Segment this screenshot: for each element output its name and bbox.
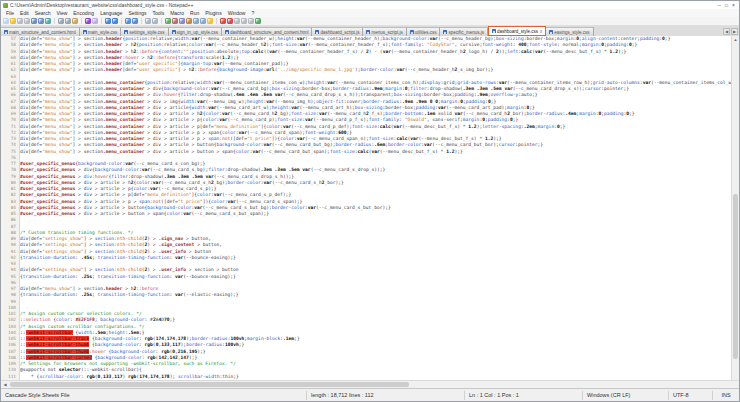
saved-file-icon <box>492 29 496 33</box>
save-macro-icon[interactable] <box>248 18 254 24</box>
scroll-left-icon[interactable]: ◀ <box>1 382 9 387</box>
minimize-button[interactable]: ─ <box>718 1 722 9</box>
sync-horizontal-icon[interactable] <box>152 18 158 24</box>
tab-label: specific_menus.js <box>448 30 484 35</box>
status-length-lines: length : 18,712 lines : 112 <box>307 391 465 400</box>
saved-file-icon <box>315 30 319 34</box>
tab-label: easings_style.css <box>554 30 589 35</box>
monitoring-icon[interactable] <box>220 18 226 24</box>
tab-menus-script-js[interactable]: menus_script.js <box>363 27 406 36</box>
saved-file-icon <box>83 30 87 34</box>
notepad-plus-plus-window: C:\Users\Admin\Desktop\restaurant_websit… <box>0 0 740 402</box>
status-insert-mode[interactable]: INS <box>713 391 739 400</box>
status-bar: Cascade Style Sheets File length : 18,71… <box>1 388 739 401</box>
tab-utilities-css[interactable]: utilities.css <box>407 27 441 36</box>
tab-scroll-right-icon[interactable]: ▶ <box>731 28 738 35</box>
sync-vertical-icon[interactable] <box>145 18 151 24</box>
copy-icon[interactable] <box>65 18 71 24</box>
tab-scroll-left-icon[interactable]: ◀ <box>723 28 730 35</box>
maximize-button[interactable]: □ <box>725 1 728 9</box>
tab-close-icon[interactable]: x <box>539 27 542 36</box>
record-macro-icon[interactable] <box>227 18 233 24</box>
run-macro-icon[interactable] <box>255 18 261 24</box>
tab-specific-menus-js[interactable]: specific_menus.js <box>440 27 488 36</box>
tab-dashboard-style-css[interactable]: dashboard_style.cssx <box>488 26 546 36</box>
close-icon[interactable] <box>31 18 37 24</box>
saved-file-icon <box>124 30 128 34</box>
folder-as-workspace-icon[interactable] <box>207 18 213 24</box>
stop-macro-icon[interactable] <box>234 18 240 24</box>
tab-main-style-css[interactable]: main_style.css <box>80 27 122 36</box>
tab-main-structure-and-content-html[interactable]: main_structure_and_content.html <box>1 27 80 36</box>
line-number-gutter: 5758596061626364656667686970717273747576… <box>1 36 20 380</box>
saved-file-icon <box>366 30 370 34</box>
saved-file-icon <box>4 30 8 34</box>
menu-encoding[interactable]: Encoding <box>70 9 97 17</box>
menu-macro[interactable]: Macro <box>167 9 187 17</box>
saved-file-icon <box>549 30 553 34</box>
code-line: div[def="menu_show"] > section.header > … <box>20 42 731 48</box>
word-wrap-icon[interactable] <box>165 18 171 24</box>
print-icon[interactable] <box>45 18 51 24</box>
tab-label: menus_script.js <box>371 30 402 35</box>
status-cursor-position: Ln : 1 Col : 1 Pos : 1 <box>465 391 583 400</box>
new-file-icon[interactable] <box>3 18 9 24</box>
menu-window[interactable]: Window <box>225 9 249 17</box>
status-encoding[interactable]: UTF-8 <box>669 391 713 400</box>
saved-file-icon <box>443 30 447 34</box>
saved-file-icon <box>172 30 176 34</box>
menu-search[interactable]: Search <box>32 9 54 17</box>
toolbar <box>1 17 739 26</box>
window-title: C:\Users\Admin\Desktop\restaurant_websit… <box>10 1 718 9</box>
toolbar-separator <box>161 18 164 24</box>
save-icon[interactable] <box>17 18 23 24</box>
horizontal-scrollbar[interactable]: ◀ <box>1 380 739 388</box>
horizontal-scrollbar-thumb[interactable] <box>10 382 409 387</box>
scroll-up-icon[interactable]: ▲ <box>732 36 739 43</box>
tab-label: main_structure_and_content.html <box>9 30 76 35</box>
tab-bar: main_structure_and_content.htmlmain_styl… <box>1 26 739 36</box>
tab-label: sign_in_up_style.css <box>177 30 219 35</box>
menu-plugins[interactable]: Plugins <box>202 9 224 17</box>
undo-icon[interactable] <box>85 18 91 24</box>
show-all-characters-icon[interactable] <box>172 18 178 24</box>
zoom-out-icon[interactable] <box>132 18 138 24</box>
find-icon[interactable] <box>105 18 111 24</box>
close-button[interactable]: × <box>732 1 735 9</box>
menu-language[interactable]: Language <box>97 9 125 17</box>
menu-[interactable]: ? <box>248 9 257 17</box>
menu-view[interactable]: View <box>54 9 71 17</box>
redo-icon[interactable] <box>92 18 98 24</box>
saved-file-icon <box>225 30 229 34</box>
close-all-icon[interactable] <box>38 18 44 24</box>
menu-settings[interactable]: Settings <box>125 9 149 17</box>
toolbar-separator <box>216 18 219 24</box>
vertical-scrollbar[interactable]: ▲ <box>731 36 739 380</box>
open-folder-icon[interactable] <box>10 18 16 24</box>
status-eol-format[interactable]: Windows (CR LF) <box>583 391 669 400</box>
vertical-scrollbar-thumb[interactable] <box>733 194 738 359</box>
document-list-icon[interactable] <box>200 18 206 24</box>
menu-bar: FileEditSearchViewEncodingLanguageSettin… <box>1 9 739 17</box>
document-map-icon[interactable] <box>193 18 199 24</box>
indent-guide-icon[interactable] <box>179 18 185 24</box>
playback-macro-icon[interactable] <box>241 18 247 24</box>
tab-label: utilities.css <box>415 30 437 35</box>
replace-icon[interactable] <box>112 18 118 24</box>
tab-dashboard-script-js[interactable]: dashboard_script.js <box>312 27 363 36</box>
save-all-icon[interactable] <box>24 18 30 24</box>
zoom-in-icon[interactable] <box>125 18 131 24</box>
cut-icon[interactable] <box>58 18 64 24</box>
menu-file[interactable]: File <box>3 9 17 17</box>
menu-edit[interactable]: Edit <box>17 9 32 17</box>
tab-dashboard-structure-and-content-html[interactable]: dashboard_structure_and_content.html <box>222 27 312 36</box>
tab-easings-style-css[interactable]: easings_style.css <box>546 27 593 36</box>
function-list-icon[interactable] <box>186 18 192 24</box>
code-editor[interactable]: div[def="menu_show"] > section.header{po… <box>20 36 731 380</box>
paste-icon[interactable] <box>72 18 78 24</box>
menu-tools[interactable]: Tools <box>149 9 167 17</box>
tab-sign-in-up-style-css[interactable]: sign_in_up_style.css <box>169 27 223 36</box>
menu-run[interactable]: Run <box>187 9 202 17</box>
tab-settings-style-css[interactable]: settings_style.css <box>121 27 168 36</box>
tab-label: dashboard_script.js <box>320 30 359 35</box>
